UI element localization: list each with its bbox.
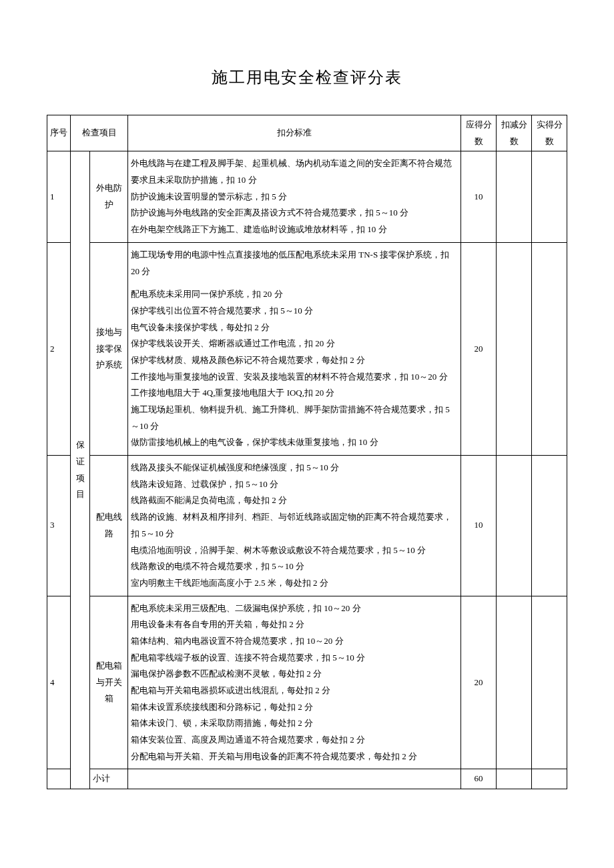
criteria-line: 工作接地电阻大于 4Q,重复接地电阻大于 IOQ,扣 20 分	[131, 385, 458, 402]
deduct-cell	[497, 151, 532, 242]
deduct-cell	[497, 456, 532, 596]
criteria-line: 箱体安装位置、高度及周边通道不符合规范要求，每处扣 2 分	[131, 732, 458, 749]
criteria-line: 防护设施与外电线路的安全距离及搭设方式不符合规范要求，扣 5～10 分	[131, 205, 458, 222]
subitem-cell: 外电防护	[90, 151, 128, 242]
category-cell: 保证项目	[71, 151, 90, 789]
table-row: 3 配电线路 线路及接头不能保证机械强度和绝缘强度，扣 5～10 分 线路未设短…	[47, 456, 567, 596]
actual-cell	[532, 769, 567, 789]
criteria-line: 电气设备未接保护零线，每处扣 2 分	[131, 320, 458, 336]
header-seq: 序号	[47, 115, 71, 151]
actual-cell	[532, 596, 567, 769]
actual-cell	[532, 242, 567, 455]
criteria-cell: 施工现场专用的电源中性点直接接地的低压配电系统未采用 TN-S 接零保护系统，扣…	[128, 242, 461, 455]
criteria-line: 室内明敷主干线距地面高度小于 2.5 米，每处扣 2 分	[131, 575, 458, 592]
page-title: 施工用电安全检查评分表	[47, 67, 567, 88]
score-table: 序号 检查项目 扣分标准 应得分数 扣减分数 实得分数 1 保证项目 外电防护 …	[47, 115, 567, 789]
seq-cell: 1	[47, 151, 71, 242]
table-row: 4 配电箱与开关箱 配电系统未采用三级配电、二级漏电保护系统，扣 10～20 分…	[47, 596, 567, 769]
deduct-cell	[497, 242, 532, 455]
seq-cell: 3	[47, 456, 71, 596]
full-score-cell: 10	[461, 151, 497, 242]
criteria-line: 施工现场专用的电源中性点直接接地的低压配电系统未采用 TN-S 接零保护系统，扣…	[131, 247, 458, 280]
criteria-line: 电缆沿地面明设，沿脚手架、树木等敷设或敷设不符合规范要求，扣 5～10 分	[131, 542, 458, 559]
criteria-line: 保护零线引出位置不符合规范要求，扣 5～10 分	[131, 303, 458, 320]
criteria-line: 用电设备未有各自专用的开关箱，每处扣 2 分	[131, 616, 458, 633]
header-actual: 实得分数	[532, 115, 567, 151]
criteria-cell: 外电线路与在建工程及脚手架、起重机械、场内机动车道之间的安全距离不符合规范要求且…	[128, 151, 461, 242]
criteria-line: 线路未设短路、过载保护，扣 5～10 分	[131, 476, 458, 493]
subitem-cell: 配电箱与开关箱	[90, 596, 128, 769]
criteria-line: 线路敷设的电缆不符合规范要求，扣 5～10 分	[131, 558, 458, 575]
criteria-line: 箱体结构、箱内电器设置不符合规范要求，扣 10～20 分	[131, 633, 458, 650]
deduct-cell	[497, 769, 532, 789]
criteria-line: 配电箱与开关箱电器损坏或进出线混乱，每处扣 2 分	[131, 683, 458, 699]
criteria-line: 分配电箱与开关箱、开关箱与用电设备的距离不符合规范要求，每处扣 2 分	[131, 749, 458, 765]
criteria-cell	[128, 769, 461, 789]
seq-cell: 4	[47, 596, 71, 769]
full-score-cell: 20	[461, 596, 497, 769]
header-full: 应得分数	[461, 115, 497, 151]
actual-cell	[532, 151, 567, 242]
criteria-line: 做防雷接地机械上的电气设备，保护零线未做重复接地，扣 10 分	[131, 434, 458, 451]
criteria-line: 配电系统未采用同一保护系统，扣 20 分	[131, 286, 458, 303]
subtotal-label: 小计	[90, 769, 128, 789]
criteria-line: 防护设施未设置明显的警示标志，扣 5 分	[131, 189, 458, 205]
criteria-line: 箱体未设置系统接线图和分路标记，每处扣 2 分	[131, 699, 458, 716]
seq-cell: 2	[47, 242, 71, 455]
criteria-line: 施工现场起重机、物料提升机、施工升降机、脚手架防雷措施不符合规范要求，扣 5～1…	[131, 402, 458, 434]
table-row: 1 保证项目 外电防护 外电线路与在建工程及脚手架、起重机械、场内机动车道之间的…	[47, 151, 567, 242]
seq-cell	[47, 769, 71, 789]
full-score-cell: 10	[461, 456, 497, 596]
full-score-cell: 20	[461, 242, 497, 455]
actual-cell	[532, 456, 567, 596]
criteria-line: 箱体未设门、锁，未采取防雨措施，每处扣 2 分	[131, 715, 458, 732]
criteria-line: 配电系统未采用三级配电、二级漏电保护系统，扣 10～20 分	[131, 600, 458, 617]
table-row: 2 接地与接零保护系统 施工现场专用的电源中性点直接接地的低压配电系统未采用 T…	[47, 242, 567, 455]
header-criteria: 扣分标准	[128, 115, 461, 151]
criteria-line: 线路的设施、材料及相序排列、档距、与邻近线路或固定物的距离不符合规范要求，扣 5…	[131, 509, 458, 542]
criteria-line: 工作接地与重复接地的设置、安装及接地装置的材料不符合规范要求，扣 10～20 分	[131, 369, 458, 386]
header-item: 检查项目	[71, 115, 128, 151]
criteria-line: 线路截面不能满足负荷电流，每处扣 2 分	[131, 492, 458, 509]
criteria-line: 漏电保护器参数不匹配或检测不灵敏，每处扣 2 分	[131, 666, 458, 683]
header-row: 序号 检查项目 扣分标准 应得分数 扣减分数 实得分数	[47, 115, 567, 151]
criteria-cell: 配电系统未采用三级配电、二级漏电保护系统，扣 10～20 分 用电设备未有各自专…	[128, 596, 461, 769]
header-deduct: 扣减分数	[497, 115, 532, 151]
subitem-cell: 配电线路	[90, 456, 128, 596]
criteria-line: 外电线路与在建工程及脚手架、起重机械、场内机动车道之间的安全距离不符合规范要求且…	[131, 155, 458, 188]
criteria-line: 线路及接头不能保证机械强度和绝缘强度，扣 5～10 分	[131, 460, 458, 476]
criteria-cell: 线路及接头不能保证机械强度和绝缘强度，扣 5～10 分 线路未设短路、过载保护，…	[128, 456, 461, 596]
subtotal-row: 小计 60	[47, 769, 567, 789]
subitem-cell: 接地与接零保护系统	[90, 242, 128, 455]
criteria-line: 保护零线材质、规格及颜色标记不符合规范要求，每处扣 2 分	[131, 352, 458, 369]
criteria-line: 配电箱零线端子板的设置、连接不符合规范要求，扣 5～10 分	[131, 650, 458, 667]
subtotal-full: 60	[461, 769, 497, 789]
deduct-cell	[497, 596, 532, 769]
criteria-line: 在外电架空线路正下方施工、建造临时设施或堆放材料等，扣 10 分	[131, 222, 458, 238]
criteria-line: 保护零线装设开关、熔断器或通过工作电流，扣 20 分	[131, 336, 458, 352]
